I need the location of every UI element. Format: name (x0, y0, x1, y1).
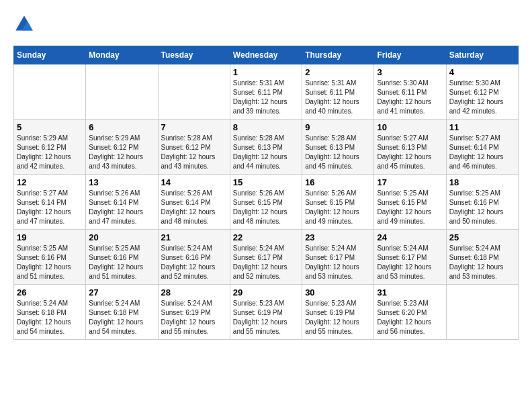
calendar-cell: 28Sunrise: 5:24 AM Sunset: 6:19 PM Dayli… (158, 285, 230, 340)
calendar-cell: 19Sunrise: 5:25 AM Sunset: 6:16 PM Dayli… (14, 230, 86, 285)
calendar-cell: 24Sunrise: 5:24 AM Sunset: 6:17 PM Dayli… (374, 230, 446, 285)
day-number: 11 (449, 122, 515, 132)
day-number: 27 (89, 287, 154, 298)
calendar-cell: 31Sunrise: 5:23 AM Sunset: 6:20 PM Dayli… (374, 285, 446, 340)
calendar-cell: 5Sunrise: 5:29 AM Sunset: 6:12 PM Daylig… (14, 120, 86, 175)
day-info: Sunrise: 5:28 AM Sunset: 6:13 PM Dayligh… (305, 134, 371, 171)
day-info: Sunrise: 5:24 AM Sunset: 6:18 PM Dayligh… (89, 299, 154, 336)
calendar-cell (86, 64, 158, 120)
calendar-cell (158, 64, 230, 120)
day-info: Sunrise: 5:30 AM Sunset: 6:12 PM Dayligh… (449, 79, 515, 116)
day-number: 4 (449, 67, 515, 77)
day-number: 25 (449, 232, 515, 242)
day-info: Sunrise: 5:29 AM Sunset: 6:12 PM Dayligh… (89, 134, 154, 171)
day-info: Sunrise: 5:28 AM Sunset: 6:13 PM Dayligh… (233, 134, 299, 171)
day-info: Sunrise: 5:23 AM Sunset: 6:19 PM Dayligh… (305, 299, 371, 336)
calendar-cell: 9Sunrise: 5:28 AM Sunset: 6:13 PM Daylig… (302, 120, 374, 175)
calendar-cell: 15Sunrise: 5:26 AM Sunset: 6:15 PM Dayli… (230, 175, 302, 230)
calendar-cell: 10Sunrise: 5:27 AM Sunset: 6:13 PM Dayli… (374, 120, 446, 175)
day-number: 24 (377, 232, 443, 242)
column-header-friday: Friday (374, 46, 446, 64)
day-number: 30 (305, 287, 371, 298)
calendar-cell: 2Sunrise: 5:31 AM Sunset: 6:11 PM Daylig… (302, 64, 374, 120)
day-number: 15 (233, 177, 299, 187)
calendar-cell: 30Sunrise: 5:23 AM Sunset: 6:19 PM Dayli… (302, 285, 374, 340)
day-info: Sunrise: 5:26 AM Sunset: 6:15 PM Dayligh… (305, 189, 371, 226)
calendar-week-row: 5Sunrise: 5:29 AM Sunset: 6:12 PM Daylig… (14, 120, 519, 175)
column-header-sunday: Sunday (14, 46, 86, 64)
day-info: Sunrise: 5:24 AM Sunset: 6:18 PM Dayligh… (449, 244, 515, 281)
calendar-cell: 22Sunrise: 5:24 AM Sunset: 6:17 PM Dayli… (230, 230, 302, 285)
day-number: 19 (17, 232, 83, 242)
calendar-cell: 27Sunrise: 5:24 AM Sunset: 6:18 PM Dayli… (86, 285, 158, 340)
day-info: Sunrise: 5:27 AM Sunset: 6:13 PM Dayligh… (377, 134, 443, 171)
column-header-saturday: Saturday (446, 46, 518, 64)
calendar-week-row: 26Sunrise: 5:24 AM Sunset: 6:18 PM Dayli… (14, 285, 519, 340)
calendar-cell: 7Sunrise: 5:28 AM Sunset: 6:12 PM Daylig… (158, 120, 230, 175)
calendar-cell: 11Sunrise: 5:27 AM Sunset: 6:14 PM Dayli… (446, 120, 518, 175)
calendar-cell: 3Sunrise: 5:30 AM Sunset: 6:11 PM Daylig… (374, 64, 446, 120)
calendar-week-row: 12Sunrise: 5:27 AM Sunset: 6:14 PM Dayli… (14, 175, 519, 230)
calendar-table: SundayMondayTuesdayWednesdayThursdayFrid… (13, 46, 519, 340)
day-number: 22 (233, 232, 299, 242)
day-info: Sunrise: 5:26 AM Sunset: 6:14 PM Dayligh… (161, 189, 227, 226)
column-header-tuesday: Tuesday (158, 46, 230, 64)
day-info: Sunrise: 5:30 AM Sunset: 6:11 PM Dayligh… (377, 79, 443, 116)
calendar-cell (446, 285, 518, 340)
logo (13, 13, 39, 35)
day-info: Sunrise: 5:24 AM Sunset: 6:17 PM Dayligh… (305, 244, 371, 281)
calendar-cell: 25Sunrise: 5:24 AM Sunset: 6:18 PM Dayli… (446, 230, 518, 285)
calendar-cell: 4Sunrise: 5:30 AM Sunset: 6:12 PM Daylig… (446, 64, 518, 120)
day-number: 29 (233, 287, 299, 298)
column-header-thursday: Thursday (302, 46, 374, 64)
day-info: Sunrise: 5:26 AM Sunset: 6:15 PM Dayligh… (233, 189, 299, 226)
day-number: 31 (377, 287, 443, 298)
column-header-wednesday: Wednesday (230, 46, 302, 64)
calendar-cell: 8Sunrise: 5:28 AM Sunset: 6:13 PM Daylig… (230, 120, 302, 175)
calendar-cell: 17Sunrise: 5:25 AM Sunset: 6:15 PM Dayli… (374, 175, 446, 230)
day-info: Sunrise: 5:25 AM Sunset: 6:15 PM Dayligh… (377, 189, 443, 226)
day-number: 5 (17, 122, 83, 132)
calendar-cell: 23Sunrise: 5:24 AM Sunset: 6:17 PM Dayli… (302, 230, 374, 285)
day-number: 14 (161, 177, 227, 187)
day-info: Sunrise: 5:27 AM Sunset: 6:14 PM Dayligh… (17, 189, 83, 226)
day-number: 2 (305, 67, 371, 77)
day-number: 23 (305, 232, 371, 242)
day-number: 16 (305, 177, 371, 187)
calendar-cell: 16Sunrise: 5:26 AM Sunset: 6:15 PM Dayli… (302, 175, 374, 230)
day-number: 21 (161, 232, 227, 242)
calendar-cell: 6Sunrise: 5:29 AM Sunset: 6:12 PM Daylig… (86, 120, 158, 175)
calendar-cell: 14Sunrise: 5:26 AM Sunset: 6:14 PM Dayli… (158, 175, 230, 230)
day-number: 20 (89, 232, 154, 242)
day-info: Sunrise: 5:23 AM Sunset: 6:20 PM Dayligh… (377, 299, 443, 336)
day-info: Sunrise: 5:24 AM Sunset: 6:17 PM Dayligh… (233, 244, 299, 281)
day-info: Sunrise: 5:24 AM Sunset: 6:16 PM Dayligh… (161, 244, 227, 281)
day-number: 6 (89, 122, 154, 132)
calendar-cell: 20Sunrise: 5:25 AM Sunset: 6:16 PM Dayli… (86, 230, 158, 285)
calendar-cell: 13Sunrise: 5:26 AM Sunset: 6:14 PM Dayli… (86, 175, 158, 230)
calendar-cell: 21Sunrise: 5:24 AM Sunset: 6:16 PM Dayli… (158, 230, 230, 285)
logo-icon (13, 13, 35, 35)
day-number: 3 (377, 67, 443, 77)
day-number: 1 (233, 67, 299, 77)
calendar-cell (14, 64, 86, 120)
day-number: 26 (17, 287, 83, 298)
day-info: Sunrise: 5:25 AM Sunset: 6:16 PM Dayligh… (17, 244, 83, 281)
day-info: Sunrise: 5:24 AM Sunset: 6:17 PM Dayligh… (377, 244, 443, 281)
day-number: 17 (377, 177, 443, 187)
calendar-cell: 12Sunrise: 5:27 AM Sunset: 6:14 PM Dayli… (14, 175, 86, 230)
day-number: 7 (161, 122, 227, 132)
day-info: Sunrise: 5:31 AM Sunset: 6:11 PM Dayligh… (305, 79, 371, 116)
day-number: 12 (17, 177, 83, 187)
day-info: Sunrise: 5:24 AM Sunset: 6:19 PM Dayligh… (161, 299, 227, 336)
day-info: Sunrise: 5:31 AM Sunset: 6:11 PM Dayligh… (233, 79, 299, 116)
day-number: 9 (305, 122, 371, 132)
day-number: 18 (449, 177, 515, 187)
day-number: 8 (233, 122, 299, 132)
day-info: Sunrise: 5:28 AM Sunset: 6:12 PM Dayligh… (161, 134, 227, 171)
day-info: Sunrise: 5:27 AM Sunset: 6:14 PM Dayligh… (449, 134, 515, 171)
calendar-cell: 26Sunrise: 5:24 AM Sunset: 6:18 PM Dayli… (14, 285, 86, 340)
calendar-week-row: 1Sunrise: 5:31 AM Sunset: 6:11 PM Daylig… (14, 64, 519, 120)
calendar-cell: 29Sunrise: 5:23 AM Sunset: 6:19 PM Dayli… (230, 285, 302, 340)
calendar-header-row: SundayMondayTuesdayWednesdayThursdayFrid… (14, 46, 519, 64)
